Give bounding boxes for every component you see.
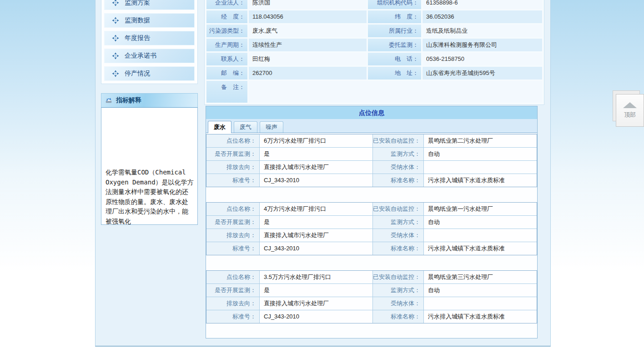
field-label: 经 度： [206,10,247,23]
sidebar-item-shutdown-status[interactable]: 停产情况 [104,66,195,81]
field-label: 组织机构代码： [368,0,421,9]
field-label: 联系人： [206,53,247,65]
field-value: 自动 [424,216,537,229]
navigate-diamond-icon [112,70,119,77]
field-label: 企业法人： [206,0,247,9]
field-value: 0536-2158750 [423,53,542,65]
company-info-row: 邮 编：262700地 址：山东省寿光市圣城街595号 [206,67,542,80]
field-label: 邮 编： [206,67,247,80]
indicator-panel-body: 化学需氧量COD（Chemical Oxygen Demand）是以化学方法测量… [101,108,198,225]
field-label: 点位名称： [206,203,259,215]
field-label: 排放去向： [206,229,259,242]
field-value: 是 [260,284,372,297]
sidebar-item-label: 企业承诺书 [125,52,156,60]
sidebar-menu-items: 监测方案监测数据年度报告企业承诺书停产情况 [104,0,195,81]
field-label: 标准名称： [373,174,423,187]
field-value: 直接排入城市污水处理厂 [260,161,372,174]
field-value: 晨鸣纸业第三污水处理厂 [424,271,537,283]
sidebar-item-commitment-letter[interactable]: 企业承诺书 [104,49,195,63]
point-block: 点位名称：4万方污水处理厂排污口已安装自动监控：晨鸣纸业第一污水处理厂是否开展监… [206,202,537,255]
company-info-row: 企业法人：陈洪国组织机构代码：61358898-6 [206,0,542,9]
field-value: 262700 [249,67,367,80]
field-label: 标准号： [206,174,259,187]
page: { "sidebar": { "menu": [ {"key": "monito… [0,0,644,348]
field-label: 备 注： [206,81,247,103]
field-label: 监测方式： [373,148,423,160]
tab-waste-gas[interactable]: 废气 [234,121,257,133]
field-value: 自动 [424,148,537,160]
field-value [424,297,537,310]
field-value: 污水排入城镇下水道水质标准 [424,242,537,255]
field-value: 山东潍科检测服务有限公司 [423,39,542,51]
field-label: 生产周期： [206,39,247,51]
field-value: 晨鸣纸业第一污水处理厂 [424,203,537,215]
field-value: 污水排入城镇下水道水质标准 [424,310,537,323]
field-label: 排放去向： [206,161,259,174]
field-label: 标准号： [206,310,259,323]
field-label: 地 址： [368,67,421,80]
sidebar-menu-panel: 监测方案监测数据年度报告企业承诺书停产情况 [101,0,198,84]
field-label: 标准号： [206,242,259,255]
navigate-diamond-icon [112,0,119,6]
field-value: 自动 [424,284,537,297]
field-value: 6万方污水处理厂排污口 [260,134,372,147]
points-panel: 点位信息 废水废气噪声 点位名称：6万方污水处理厂排污口已安装自动监控：晨鸣纸业… [206,106,538,338]
company-info-table: 企业法人：陈洪国组织机构代码：61358898-6经 度：118.043056纬… [206,0,542,103]
company-info-row: 联系人：田红梅电 话：0536-2158750 [206,53,542,65]
field-value: 陈洪国 [249,0,367,9]
sidebar-item-label: 监测数据 [125,16,150,25]
points-panel-title: 点位信息 [206,106,537,119]
field-value: 山东省寿光市圣城街595号 [423,67,542,80]
arrow-up-icon [623,102,637,108]
field-value: CJ_343-2010 [260,174,372,187]
field-label: 是否开展监测： [206,216,259,229]
field-value: 废水,废气 [249,25,367,37]
field-value: CJ_343-2010 [260,310,372,323]
field-label: 委托监测： [368,39,421,51]
field-value: 118.043056 [249,10,367,23]
field-label: 排放去向： [206,297,259,310]
field-label: 监测方式： [373,284,423,297]
field-value [249,81,542,103]
sidebar-item-label: 年度报告 [125,34,150,42]
company-info-row: 生产周期：连续性生产委托监测：山东潍科检测服务有限公司 [206,39,542,51]
indicator-explanation-text: 化学需氧量COD（Chemical Oxygen Demand）是以化学方法测量… [106,168,194,225]
field-label: 是否开展监测： [206,148,259,160]
field-label: 标准名称： [373,310,423,323]
field-value: 造纸及纸制品业 [423,25,542,37]
field-label: 已安装自动监控： [373,271,423,283]
sidebar-item-annual-report[interactable]: 年度报告 [104,31,195,45]
navigate-diamond-icon [112,52,119,60]
navigate-diamond-icon [112,17,119,24]
field-value [424,229,537,242]
field-value: 直接排入城市污水处理厂 [260,229,372,242]
field-label: 是否开展监测： [206,284,259,297]
field-value: 连续性生产 [249,39,367,51]
back-to-top-button[interactable]: 顶部 [613,90,644,127]
field-value: 是 [260,216,372,229]
field-label: 监测方式： [373,216,423,229]
field-label: 所属行业： [368,25,421,37]
field-label: 已安装自动监控： [373,134,423,147]
report-icon [105,97,112,104]
field-label: 纬 度： [368,10,421,23]
tab-wastewater[interactable]: 废水 [208,121,231,133]
sidebar-item-monitoring-data[interactable]: 监测数据 [104,13,195,28]
sidebar-item-label: 停产情况 [125,70,150,78]
field-value: 4万方污水处理厂排污口 [260,203,372,215]
back-to-top-label: 顶部 [624,111,636,119]
field-label: 电 话： [368,53,421,65]
field-label: 污染源类型： [206,25,247,37]
indicator-panel-header: 指标解释 [101,93,198,108]
sidebar-item-monitoring-plan[interactable]: 监测方案 [104,0,195,10]
tab-noise[interactable]: 噪声 [260,121,283,133]
point-block: 点位名称：6万方污水处理厂排污口已安装自动监控：晨鸣纸业第二污水处理厂是否开展监… [206,134,537,187]
indicator-panel: 指标解释 化学需氧量COD（Chemical Oxygen Demand）是以化… [101,93,198,225]
field-value: 直接排入城市污水处理厂 [260,297,372,310]
field-value: 污水排入城镇下水道水质标准 [424,174,537,187]
field-label: 受纳水体： [373,161,423,174]
sidebar-item-label: 监测方案 [125,0,150,7]
point-block: 点位名称：3.5万方污水处理厂排污口已安装自动监控：晨鸣纸业第三污水处理厂是否开… [206,270,537,323]
main-content-panel: 监测方案监测数据年度报告企业承诺书停产情况 指标解释 化学需氧量COD（Chem… [95,0,551,347]
company-info-row: 备 注： [206,81,542,103]
